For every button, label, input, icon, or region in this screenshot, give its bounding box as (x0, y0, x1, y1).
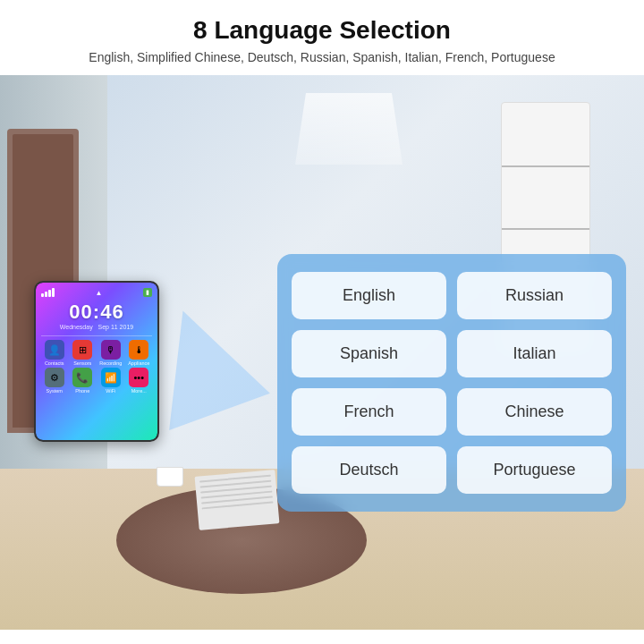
smart-panel-device: ▲ ▮ 00:46 Wednesday Sep 11 2019 👤 Contac… (34, 281, 159, 442)
more...-icon-symbol: ••• (133, 372, 144, 383)
cup (157, 467, 183, 487)
contacts-icon-box: 👤 (45, 340, 64, 360)
phone-icon-symbol: 📞 (76, 372, 89, 384)
system-icon-label: System (47, 388, 63, 394)
sensors-icon-box: ⊞ (72, 340, 92, 360)
panel-icon-sensors[interactable]: ⊞ Sensors (70, 340, 97, 366)
panel-divider (41, 335, 152, 336)
panel-icon-contacts[interactable]: 👤 Contacts (41, 340, 68, 366)
panel-time-display: 00:46 (41, 301, 152, 324)
panel-icon-recording[interactable]: 🎙 Recording (97, 340, 124, 366)
panel-status-bar: ▲ ▮ (41, 288, 152, 297)
language-selection-panel: EnglishRussianSpanishItalianFrenchChines… (277, 254, 626, 512)
language-grid: EnglishRussianSpanishItalianFrenchChines… (292, 272, 612, 494)
recording-icon-box: 🎙 (101, 340, 121, 360)
recording-icon-label: Recording (99, 360, 122, 366)
signal-bar-4 (52, 288, 55, 297)
wifi-icon: ▲ (96, 289, 103, 297)
panel-date-display: Wednesday Sep 11 2019 (41, 324, 152, 330)
language-button-french[interactable]: French (292, 388, 446, 436)
main-image-area: ▲ ▮ 00:46 Wednesday Sep 11 2019 👤 Contac… (0, 75, 644, 630)
panel-weekday: Wednesday (60, 324, 93, 330)
language-button-deutsch[interactable]: Deutsch (292, 446, 446, 494)
panel-icon-wifi[interactable]: 📶 WiFi (97, 368, 124, 394)
page-header: 8 Language Selection English, Simplified… (0, 0, 644, 75)
page-title: 8 Language Selection (18, 16, 626, 45)
wifi-icon-symbol: 📶 (105, 372, 117, 384)
sensors-icon-label: Sensors (73, 360, 91, 366)
signal-bar-2 (45, 292, 47, 297)
panel-date: Sep 11 2019 (97, 324, 133, 330)
ceiling-light (295, 93, 402, 165)
language-button-portuguese[interactable]: Portuguese (457, 446, 612, 494)
panel-icons-row-1: 👤 Contacts ⊞ Sensors 🎙 Recording 🌡 Appli… (41, 340, 152, 366)
phone-icon-label: Phone (75, 388, 89, 394)
panel-screen: ▲ ▮ 00:46 Wednesday Sep 11 2019 👤 Contac… (36, 283, 157, 440)
wifi-icon-label: WiFi (106, 388, 115, 394)
panel-icon-more...[interactable]: ••• More... (126, 368, 153, 394)
signal-bar-1 (41, 293, 44, 297)
battery-indicator: ▮ (143, 288, 152, 297)
signal-bar-3 (48, 290, 51, 297)
panel-icons-row-2: ⚙ System 📞 Phone 📶 WiFi ••• More... (41, 368, 152, 394)
more...-icon-label: More... (131, 388, 147, 394)
panel-icon-system[interactable]: ⚙ System (41, 368, 68, 394)
contacts-icon-label: Contacts (45, 360, 64, 366)
page-subtitle: English, Simplified Chinese, Deutsch, Ru… (18, 50, 626, 64)
language-button-english[interactable]: English (292, 272, 446, 319)
appliance-icon-box: 🌡 (129, 340, 148, 360)
book-lines (199, 475, 274, 513)
contacts-icon-symbol: 👤 (48, 344, 61, 356)
wifi-icon-box: 📶 (101, 368, 121, 387)
system-icon-symbol: ⚙ (50, 372, 59, 384)
wine-shelf-2 (502, 228, 589, 230)
recording-icon-symbol: 🎙 (106, 344, 115, 355)
system-icon-box: ⚙ (45, 368, 64, 387)
phone-icon-box: 📞 (72, 368, 92, 387)
language-button-italian[interactable]: Italian (457, 330, 612, 377)
language-button-chinese[interactable]: Chinese (457, 388, 612, 436)
language-button-spanish[interactable]: Spanish (292, 330, 446, 377)
appliance-icon-label: Appliance (128, 360, 149, 366)
panel-icon-phone[interactable]: 📞 Phone (70, 368, 97, 394)
book (195, 470, 280, 530)
sensors-icon-symbol: ⊞ (79, 344, 87, 356)
wine-shelf-1 (502, 165, 589, 167)
signal-indicator (41, 288, 55, 297)
language-button-russian[interactable]: Russian (457, 272, 612, 319)
appliance-icon-symbol: 🌡 (134, 344, 144, 355)
panel-icon-appliance[interactable]: 🌡 Appliance (126, 340, 153, 366)
more...-icon-box: ••• (129, 368, 148, 387)
